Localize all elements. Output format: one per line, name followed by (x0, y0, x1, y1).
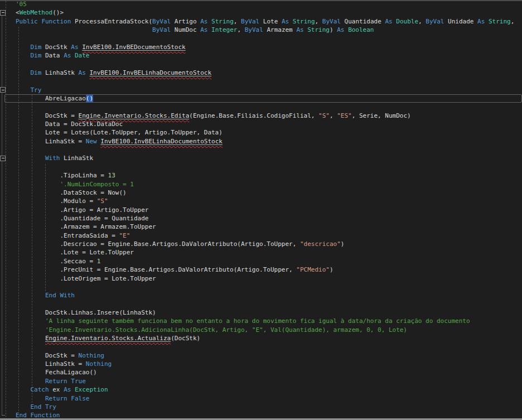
code-line[interactable]: ByVal NumDoc As Integer, ByVal Armazem A… (0, 26, 522, 34)
token-pln: Data = DocStk.DataDoc (45, 120, 123, 128)
token-pln: AbreLigacao (45, 95, 86, 102)
code-line[interactable]: Try (0, 86, 522, 94)
code-line-text: ByVal NumDoc As Integer, ByVal Armazem A… (4, 26, 522, 34)
code-line[interactable]: Public Function ProcessaEntradaStock(ByV… (0, 17, 522, 26)
code-line-text: .TipoLinha = 13 (4, 171, 522, 180)
token-err: Engine.Inventario.Stocks.Edita (79, 112, 190, 119)
token-typ: Double (396, 18, 418, 25)
code-line[interactable]: Return True (0, 377, 522, 385)
code-line-text: With LinhaStk (4, 154, 522, 162)
outline-margin (0, 43, 4, 51)
code-line[interactable]: .Artigo = Artigo.ToUpper (0, 206, 522, 214)
code-line[interactable]: Dim Data As Date (0, 51, 522, 60)
outline-margin (0, 214, 4, 223)
code-line[interactable]: DocStk = Nothing (0, 351, 522, 360)
code-line[interactable]: With LinhaStk (0, 154, 522, 162)
token-str: "S" (318, 112, 330, 119)
outline-margin (0, 342, 4, 351)
code-line[interactable]: .EntradaSaida = "E" (0, 231, 522, 240)
code-line[interactable]: '05 (0, 0, 522, 8)
outline-margin (0, 300, 4, 308)
code-line-text: .PrecUnit = Engine.Base.Artigos.DaValorA… (4, 265, 522, 274)
code-line[interactable]: Dim DocStk As InvBE100.InvBEDocumentoSto… (0, 43, 522, 51)
outline-margin (0, 26, 4, 34)
code-line-text: .Descricao = Engine.Base.Artigos.DaValor… (4, 240, 522, 248)
code-line[interactable]: Lote = Lotes(Lote.ToUpper, Artigo.ToUppe… (0, 128, 522, 137)
fold-collapse-icon[interactable] (0, 156, 6, 161)
token-pln (289, 18, 293, 25)
token-err: InvBE100.InvBELinhaDocumentoStock (89, 69, 211, 76)
token-pln: Quantidade (341, 18, 385, 25)
code-line[interactable]: Dim LinhaStk As InvBE100.InvBELinhaDocum… (0, 69, 522, 77)
code-line[interactable]: .PrecUnit = Engine.Base.Artigos.DaValorA… (0, 265, 522, 274)
code-line[interactable] (0, 300, 522, 308)
code-line[interactable]: FechaLigacao() (0, 368, 522, 376)
code-line[interactable] (0, 146, 522, 154)
code-line[interactable]: LinhaStk = Nothing (0, 360, 522, 368)
code-line[interactable]: .Modulo = "S" (0, 197, 522, 205)
code-line[interactable]: .LoteOrigem = Lote.ToUpper (0, 274, 522, 283)
code-line[interactable] (0, 342, 522, 351)
token-kw: As (64, 386, 71, 393)
token-pln: DocStk (41, 44, 71, 51)
token-typ: WebMethod (20, 9, 53, 16)
token-pln: ex (49, 386, 64, 393)
code-line[interactable] (0, 283, 522, 291)
fold-collapse-icon[interactable] (0, 87, 6, 93)
code-line[interactable]: Data = DocStk.DataDoc (0, 120, 522, 128)
outline-margin (0, 94, 4, 103)
code-line[interactable]: Catch ex As Exception (0, 385, 522, 394)
code-line[interactable] (0, 77, 522, 85)
code-line[interactable]: .TipoLinha = 13 (0, 171, 522, 180)
token-kw: As (296, 26, 303, 33)
code-line[interactable] (0, 103, 522, 111)
code-line[interactable]: .Quantidade = Quantidade (0, 214, 522, 223)
code-line[interactable]: Return False (0, 394, 522, 403)
token-num: 13 (108, 172, 115, 179)
code-line-text: Public Function ProcessaEntradaStock(ByV… (4, 17, 522, 26)
code-line[interactable]: 'Engine.Inventario.Stocks.AdicionaLinha(… (0, 326, 522, 334)
code-line-current[interactable]: AbreLigacao() (0, 94, 522, 103)
token-kw: ByVal (152, 18, 171, 25)
code-line[interactable]: End With (0, 291, 522, 300)
code-line[interactable]: End Function (0, 411, 522, 419)
code-line[interactable]: .Lote = Lote.ToUpper (0, 248, 522, 257)
code-line[interactable]: End Try (0, 403, 522, 411)
token-kw: As (79, 69, 86, 76)
token-kw: Dim (31, 69, 42, 76)
token-pln: LinhaStk (60, 155, 93, 162)
token-kw: End Function (16, 412, 60, 419)
code-line[interactable]: '.NumLinComposto = 1 (0, 180, 522, 189)
code-line[interactable]: 'A linha seguinte também funciona bem no… (0, 317, 522, 325)
outline-margin (0, 265, 4, 274)
token-pln (71, 386, 75, 393)
code-line[interactable]: .Descricao = Engine.Base.Artigos.DaValor… (0, 240, 522, 248)
code-line[interactable] (0, 60, 522, 69)
code-line[interactable]: .DataStock = Now() (0, 189, 522, 197)
token-pln: .Artigo = Artigo.ToUpper (60, 206, 148, 214)
outline-margin (0, 411, 4, 419)
token-kw: Dim (31, 52, 42, 59)
code-line[interactable] (0, 163, 522, 171)
code-editor[interactable]: '05<WebMethod()>Public Function Processa… (0, 0, 522, 420)
token-com: '.NumLinComposto = 1 (60, 181, 133, 188)
code-line[interactable]: <WebMethod()> (0, 8, 522, 17)
code-line[interactable]: DocStk = Engine.Inventario.Stocks.Edita(… (0, 112, 522, 120)
token-com: '05 (16, 1, 27, 8)
code-line[interactable]: .Armazem = Armazem.ToUpper (0, 223, 522, 231)
code-line[interactable]: LinhaStk = New InvBE100.InvBELinhaDocume… (0, 137, 522, 146)
token-pln: , (237, 26, 244, 33)
code-line[interactable]: DocStk.Linhas.Insere(LinhaStk) (0, 308, 522, 317)
fold-collapse-icon[interactable] (0, 10, 6, 16)
code-line-text: Dim DocStk As InvBE100.InvBEDocumentoSto… (4, 43, 522, 51)
token-kw: Public (16, 18, 38, 25)
token-pln: DocStk = (45, 112, 79, 119)
outline-margin (0, 146, 4, 154)
outline-margin (0, 248, 4, 257)
outline-margin (0, 128, 4, 137)
token-typ: String (307, 26, 330, 33)
code-line[interactable] (0, 34, 522, 42)
code-line[interactable]: Engine.Inventario.Stocks.Actualiza(DocSt… (0, 334, 522, 342)
code-line[interactable]: .Seccao = 1 (0, 257, 522, 265)
outline-margin (0, 223, 4, 231)
